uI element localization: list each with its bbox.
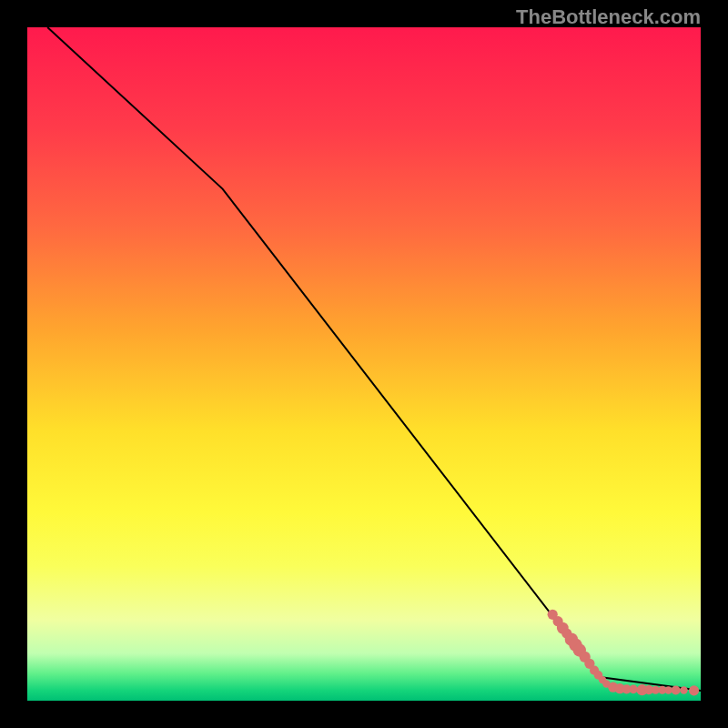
curve-line — [47, 27, 701, 691]
scatter-group — [548, 610, 700, 696]
scatter-point — [629, 685, 638, 694]
plot-area — [27, 27, 701, 701]
scatter-point — [689, 685, 699, 695]
scatter-point — [664, 686, 672, 693]
scatter-point — [672, 685, 681, 694]
scatter-point — [680, 686, 687, 693]
chart-overlay — [27, 27, 701, 701]
chart-frame: TheBottleneck.com — [0, 0, 728, 728]
watermark-label: TheBottleneck.com — [516, 5, 701, 29]
